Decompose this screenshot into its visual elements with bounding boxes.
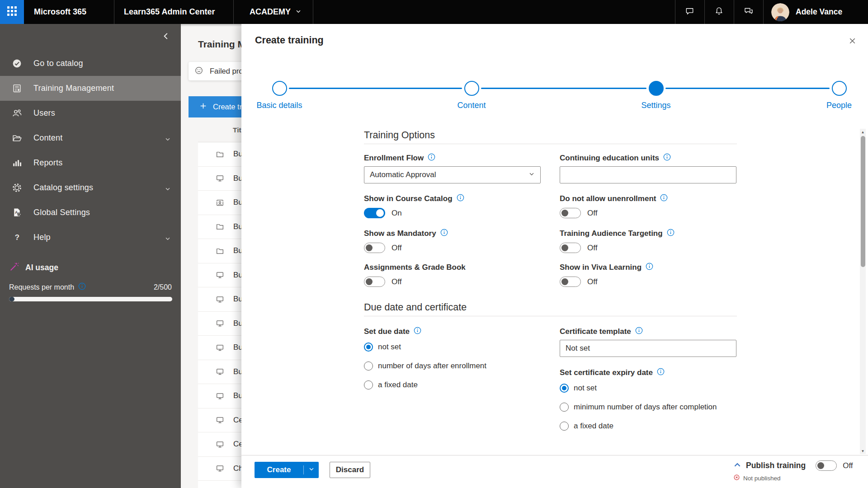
info-icon[interactable] (667, 229, 675, 239)
step-circle-settings[interactable] (649, 81, 664, 96)
sidebar-item-catalog-settings[interactable]: Catalog settings (0, 175, 181, 200)
screen: Microsoft 365 Learn365 Admin Center ACAD… (0, 0, 868, 488)
assignments-grade-book-toggle[interactable] (364, 277, 385, 287)
gear-icon (11, 183, 22, 193)
info-icon[interactable] (428, 153, 435, 163)
set-certificate-expiry-option-not-set[interactable]: not set (560, 384, 736, 393)
set-due-date-label: Set due date (364, 327, 410, 336)
tenant-switcher[interactable]: ACADEMY (250, 0, 302, 24)
field-label: Continuing education units (560, 154, 659, 163)
field-label: Training Audience Targeting (560, 229, 663, 238)
info-icon[interactable] (660, 194, 668, 204)
radio-button[interactable] (560, 422, 569, 431)
monitor-icon (216, 343, 224, 352)
discard-button[interactable]: Discard (330, 462, 370, 478)
sidebar-item-global-settings[interactable]: A Global Settings (0, 200, 181, 225)
create-split-button[interactable]: Create (255, 462, 319, 478)
sidebar-item-users[interactable]: Users (0, 101, 181, 126)
set-due-date-option-a-fixed-date[interactable]: a fixed date (364, 380, 541, 389)
chevron-down-icon (528, 170, 535, 179)
step-label-content[interactable]: Content (422, 101, 521, 110)
sidebar-collapse-button[interactable] (160, 31, 172, 43)
field-enrollment-flow: Enrollment Flow Automatic Approval (364, 153, 541, 193)
show-in-course-catalog-toggle[interactable] (364, 208, 385, 218)
step-label-settings[interactable]: Settings (606, 101, 706, 110)
certificate-template-dropdown[interactable]: Not set (560, 340, 736, 357)
divider (233, 0, 234, 24)
monitor-icon (216, 271, 224, 279)
radio-button[interactable] (364, 361, 373, 371)
step-circle-people[interactable] (832, 81, 847, 96)
scroll-up-arrow[interactable]: ▲ (860, 129, 866, 135)
show-as-mandatory-toggle[interactable] (364, 243, 385, 253)
sidebar-item-go-to-catalog[interactable]: Go to catalog (0, 51, 181, 76)
radio-button[interactable] (560, 384, 569, 393)
chevron-up-icon[interactable] (733, 461, 741, 471)
info-icon[interactable] (663, 153, 671, 163)
training-audience-targeting-toggle[interactable] (560, 243, 581, 253)
step-label-basic-details[interactable]: Basic details (230, 101, 329, 110)
info-icon[interactable] (440, 229, 448, 239)
field-show-in-course-catalog: Show in Course Catalog On (364, 193, 541, 228)
info-icon[interactable] (646, 263, 653, 272)
waffle-icon (7, 6, 18, 19)
sidebar-item-ai-usage[interactable]: AI usage (9, 262, 58, 274)
monitor-icon (216, 295, 224, 304)
training-options-fields: Enrollment Flow Automatic Approval Conti… (364, 153, 736, 298)
sidebar-item-reports[interactable]: Reports (0, 150, 181, 175)
sad-face-icon (194, 66, 203, 77)
show-in-viva-learning-toggle[interactable] (560, 277, 581, 287)
radio-label: a fixed date (574, 422, 613, 431)
info-icon[interactable] (78, 282, 86, 292)
publish-training-toggle[interactable] (816, 460, 837, 471)
user-name[interactable]: Adele Vance (796, 0, 842, 24)
radio-button[interactable] (560, 403, 569, 412)
scrollbar-thumb[interactable] (861, 136, 865, 267)
create-button[interactable]: Create (255, 462, 303, 478)
info-icon[interactable] (635, 327, 643, 337)
set-certificate-expiry-option-minimum-number-of-days-after-completion[interactable]: minimum number of days after completion (560, 403, 736, 412)
modal-scrollbar[interactable]: ▲ ▼ (860, 129, 866, 454)
chat-button[interactable] (675, 0, 704, 24)
avatar[interactable] (771, 3, 789, 21)
brand-title[interactable]: Microsoft 365 (34, 0, 86, 24)
sidebar-item-label: Catalog settings (33, 183, 93, 192)
step-circle-content[interactable] (464, 81, 479, 96)
radio-button[interactable] (364, 343, 373, 352)
close-button[interactable] (846, 36, 858, 47)
sidebar-item-training-management[interactable]: Training Management (0, 76, 181, 101)
scroll-down-arrow[interactable]: ▼ (860, 448, 866, 454)
set-certificate-expiry-option-a-fixed-date[interactable]: a fixed date (560, 422, 736, 431)
admin-center-title[interactable]: Learn365 Admin Center (124, 0, 215, 24)
step-circle-basic-details[interactable] (272, 81, 287, 96)
question-icon: ? (11, 232, 22, 243)
check-circle-icon (11, 58, 22, 69)
sidebar-item-label: Help (33, 233, 51, 242)
feedback-button[interactable] (734, 0, 763, 24)
toggle-knob (561, 244, 568, 251)
field-do-not-allow-unenrollment: Do not allow unenrollment Off (560, 193, 736, 228)
step-label-people[interactable]: People (789, 101, 868, 110)
sidebar-item-content[interactable]: Content (0, 126, 181, 150)
monitor-icon (216, 392, 224, 400)
info-icon[interactable] (414, 327, 421, 337)
enrollment-flow-dropdown[interactable]: Automatic Approval (364, 166, 541, 183)
info-icon[interactable] (457, 194, 464, 204)
set-due-date-option-number-of-days-after-enrollment[interactable]: number of days after enrollment (364, 361, 541, 371)
divider (364, 316, 737, 316)
info-icon[interactable] (657, 368, 665, 378)
page-title: Training M (198, 39, 245, 50)
toggle-knob (561, 278, 568, 285)
app-launcher-button[interactable] (0, 0, 24, 24)
notifications-button[interactable] (704, 0, 734, 24)
field-label: Do not allow unenrollment (560, 194, 656, 203)
toggle-knob (366, 278, 373, 285)
field-label: Show in Viva Learning (560, 263, 642, 272)
set-due-date-option-not-set[interactable]: not set (364, 343, 541, 352)
publish-status: Not published (733, 474, 781, 483)
do-not-allow-unenrollment-toggle[interactable] (560, 208, 581, 218)
create-menu-button[interactable] (304, 462, 319, 478)
sidebar-item-help[interactable]: ? Help (0, 225, 181, 250)
continuing-education-units-input[interactable] (560, 166, 736, 183)
radio-button[interactable] (364, 380, 373, 389)
